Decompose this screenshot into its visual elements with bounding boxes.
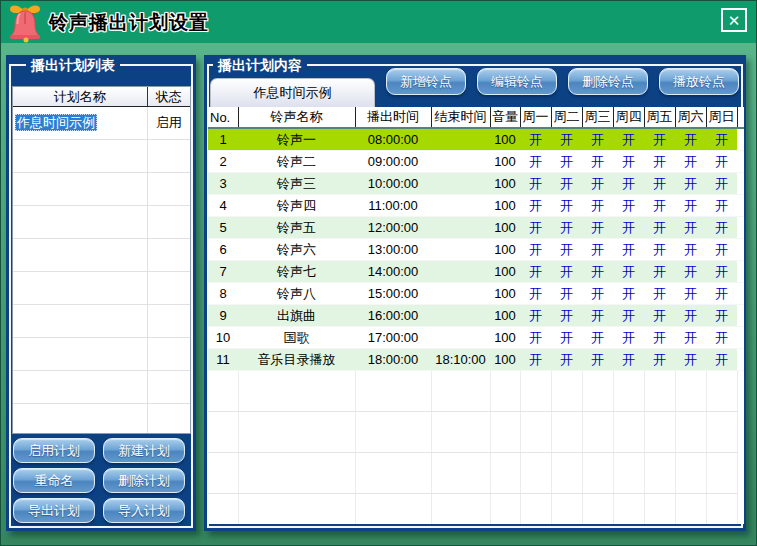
volume-cell[interactable]: 100 [490,305,520,327]
close-button[interactable]: ✕ [721,8,747,32]
plan-row[interactable]: 作息时间示例启用 [13,107,190,140]
day-3-cell[interactable]: 开 [582,173,613,195]
end-time-cell[interactable] [431,128,490,151]
start-time-cell[interactable]: 17:00:00 [355,327,431,349]
bell-row-1[interactable]: 1铃声一08:00:00100开开开开开开开 [208,128,744,151]
bell-row-2[interactable]: 2铃声二09:00:00100开开开开开开开 [208,151,744,173]
day-7-cell[interactable]: 开 [706,327,737,349]
volume-cell[interactable]: 100 [490,283,520,305]
bell-row-10[interactable]: 10国歌17:00:00100开开开开开开开 [208,327,744,349]
day-3-cell[interactable]: 开 [582,283,613,305]
name-cell[interactable]: 铃声四 [238,195,355,217]
bell-row-9[interactable]: 9出旗曲16:00:00100开开开开开开开 [208,305,744,327]
day-2-cell[interactable]: 开 [551,283,582,305]
day-6-cell[interactable]: 开 [675,261,706,283]
end-time-cell[interactable] [431,195,490,217]
start-time-cell[interactable]: 14:00:00 [355,261,431,283]
end-time-cell[interactable] [431,151,490,173]
day-7-cell[interactable]: 开 [706,283,737,305]
day-7-cell[interactable]: 开 [706,217,737,239]
day-2-cell[interactable]: 开 [551,349,582,371]
no-cell[interactable]: 2 [208,151,238,173]
day-5-cell[interactable]: 开 [644,128,675,151]
day-3-cell[interactable]: 开 [582,151,613,173]
day-3-cell[interactable]: 开 [582,305,613,327]
day-3-cell[interactable]: 开 [582,128,613,151]
day-5-cell[interactable]: 开 [644,327,675,349]
start-time-cell[interactable]: 09:00:00 [355,151,431,173]
day-6-cell[interactable]: 开 [675,239,706,261]
no-cell[interactable]: 4 [208,195,238,217]
day-5-cell[interactable]: 开 [644,261,675,283]
day-1-cell[interactable]: 开 [520,173,551,195]
day-1-cell[interactable]: 开 [520,305,551,327]
volume-cell[interactable]: 100 [490,327,520,349]
bell-row-8[interactable]: 8铃声八15:00:00100开开开开开开开 [208,283,744,305]
volume-cell[interactable]: 100 [490,195,520,217]
edit-bell-button[interactable]: 编辑铃点 [477,68,557,95]
day-1-cell[interactable]: 开 [520,261,551,283]
volume-cell[interactable]: 100 [490,239,520,261]
day-7-cell[interactable]: 开 [706,128,737,151]
day-4-cell[interactable]: 开 [613,239,644,261]
day-7-cell[interactable]: 开 [706,349,737,371]
name-cell[interactable]: 铃声二 [238,151,355,173]
day-4-cell[interactable]: 开 [613,217,644,239]
day-3-cell[interactable]: 开 [582,217,613,239]
day-1-cell[interactable]: 开 [520,217,551,239]
day-4-cell[interactable]: 开 [613,128,644,151]
day-1-cell[interactable]: 开 [520,151,551,173]
day-1-cell[interactable]: 开 [520,327,551,349]
add-bell-button[interactable]: 新增铃点 [386,68,466,95]
day-5-cell[interactable]: 开 [644,349,675,371]
enable-plan-button[interactable]: 启用计划 [13,438,95,463]
day-7-cell[interactable]: 开 [706,261,737,283]
no-cell[interactable]: 5 [208,217,238,239]
day-5-cell[interactable]: 开 [644,173,675,195]
day-4-cell[interactable]: 开 [613,283,644,305]
end-time-cell[interactable]: 18:10:00 [431,349,490,371]
bell-row-4[interactable]: 4铃声四11:00:00100开开开开开开开 [208,195,744,217]
day-5-cell[interactable]: 开 [644,217,675,239]
volume-cell[interactable]: 100 [490,217,520,239]
export-plan-button[interactable]: 导出计划 [13,498,95,523]
no-cell[interactable]: 11 [208,349,238,371]
day-1-cell[interactable]: 开 [520,239,551,261]
day-6-cell[interactable]: 开 [675,128,706,151]
day-3-cell[interactable]: 开 [582,349,613,371]
day-7-cell[interactable]: 开 [706,239,737,261]
name-cell[interactable]: 铃声一 [238,128,355,151]
end-time-cell[interactable] [431,261,490,283]
day-7-cell[interactable]: 开 [706,195,737,217]
day-5-cell[interactable]: 开 [644,305,675,327]
day-2-cell[interactable]: 开 [551,239,582,261]
day-4-cell[interactable]: 开 [613,173,644,195]
bell-row-5[interactable]: 5铃声五12:00:00100开开开开开开开 [208,217,744,239]
name-cell[interactable]: 出旗曲 [238,305,355,327]
no-cell[interactable]: 6 [208,239,238,261]
start-time-cell[interactable]: 10:00:00 [355,173,431,195]
start-time-cell[interactable]: 12:00:00 [355,217,431,239]
day-2-cell[interactable]: 开 [551,261,582,283]
no-cell[interactable]: 10 [208,327,238,349]
no-cell[interactable]: 8 [208,283,238,305]
volume-cell[interactable]: 100 [490,173,520,195]
name-cell[interactable]: 国歌 [238,327,355,349]
day-2-cell[interactable]: 开 [551,305,582,327]
day-3-cell[interactable]: 开 [582,195,613,217]
start-time-cell[interactable]: 08:00:00 [355,128,431,151]
day-3-cell[interactable]: 开 [582,239,613,261]
name-cell[interactable]: 铃声八 [238,283,355,305]
day-6-cell[interactable]: 开 [675,283,706,305]
name-cell[interactable]: 音乐目录播放 [238,349,355,371]
day-2-cell[interactable]: 开 [551,327,582,349]
bell-row-6[interactable]: 6铃声六13:00:00100开开开开开开开 [208,239,744,261]
volume-cell[interactable]: 100 [490,261,520,283]
day-2-cell[interactable]: 开 [551,128,582,151]
day-4-cell[interactable]: 开 [613,195,644,217]
day-2-cell[interactable]: 开 [551,173,582,195]
day-6-cell[interactable]: 开 [675,327,706,349]
day-6-cell[interactable]: 开 [675,217,706,239]
day-5-cell[interactable]: 开 [644,151,675,173]
day-3-cell[interactable]: 开 [582,327,613,349]
